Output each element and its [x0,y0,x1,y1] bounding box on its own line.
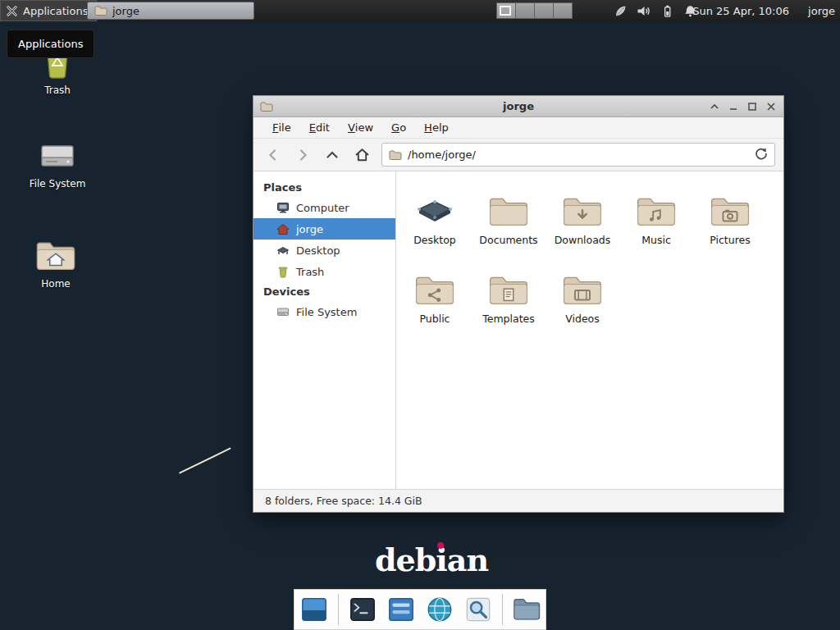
applications-menu-button[interactable]: Applications [0,0,97,21]
sidebar-item-label: File System [296,306,357,318]
settings-panel-icon [387,596,415,623]
leaf-icon[interactable] [614,4,628,18]
pictures-folder-icon [709,196,751,229]
terminal-icon [349,596,377,623]
debian-logo-i: i [436,541,446,578]
top-panel: Applications jorge [0,0,840,21]
applications-menu-icon [6,5,18,17]
menu-help[interactable]: Help [415,117,458,139]
applications-menu-label: Applications [23,5,88,17]
file-item-label: Desktop [413,234,456,246]
dock-terminal-button[interactable] [348,595,377,624]
sidebar-item-computer[interactable]: Computer [253,197,395,218]
sidebar-item-jorge[interactable]: jorge [253,218,395,240]
magnifier-icon [464,596,492,623]
clock[interactable]: Sun 25 Apr, 10:06 [692,0,789,21]
file-item-label: Downloads [555,234,611,246]
sidebar-places-header: Places [253,178,395,197]
location-path[interactable]: /home/jorge/ [408,148,749,161]
desktop-icon-home[interactable]: Home [15,240,97,290]
file-item-templates[interactable]: Templates [472,262,546,337]
workspace-3[interactable] [534,2,554,19]
dock-settings-button[interactable] [386,595,416,624]
debian-logo-text: deb [375,541,436,578]
file-item-label: Music [641,234,671,246]
window-controls [709,101,777,112]
debian-logo: debian [375,541,488,578]
workspace-1[interactable] [496,2,516,19]
reload-button[interactable] [755,147,768,162]
back-button[interactable] [260,143,286,167]
dock-app-finder-button[interactable] [463,595,493,624]
file-item-public[interactable]: Public [398,262,472,337]
desktop-root: Applications jorge [0,0,840,630]
sidebar-item-file-system[interactable]: File System [253,301,395,322]
shade-button[interactable] [709,101,720,112]
desktop-icon-file-system[interactable]: File System [16,139,98,189]
dock-show-desktop-button[interactable] [299,595,329,624]
sidebar-item-trash[interactable]: Trash [253,261,395,282]
menu-go[interactable]: Go [382,117,415,139]
workspace-4[interactable] [553,2,573,19]
file-manager-window[interactable]: jorge File Edit View Go Help [253,95,784,513]
public-folder-icon [413,275,456,308]
dock-separator [338,594,339,625]
statusbar-text: 8 folders, Free space: 14.4 GiB [265,495,422,507]
workspace-pager[interactable] [497,2,573,19]
up-button[interactable] [319,143,345,167]
home-button[interactable] [349,143,375,167]
battery-icon[interactable] [660,4,674,18]
desktop-artifact-line [179,447,231,473]
file-grid: Desktop Documents [396,171,783,489]
folder-icon [94,5,107,16]
sidebar: Places Computer jorge [253,171,396,489]
globe-icon [426,596,454,623]
minimize-button[interactable] [728,101,739,112]
volume-icon[interactable] [637,4,651,18]
menu-file[interactable]: File [263,117,300,139]
workspace-window-thumb [500,6,511,16]
folder-icon [487,196,530,229]
dock-file-manager-button[interactable] [512,595,541,624]
dock-separator [502,594,503,625]
forward-button[interactable] [290,143,316,167]
menubar: File Edit View Go Help [253,117,783,139]
window-body: Places Computer jorge [253,171,783,489]
hard-drive-icon [39,139,76,174]
file-item-downloads[interactable]: Downloads [546,183,619,258]
desktop-icon [276,244,290,257]
workspace-2[interactable] [515,2,535,19]
downloads-folder-icon [561,196,604,229]
file-item-pictures[interactable]: Pictures [693,183,767,258]
dock [294,589,546,630]
home-folder-icon [35,240,76,274]
file-item-documents[interactable]: Documents [472,183,546,258]
close-button[interactable] [765,101,777,112]
folder-icon [513,596,541,623]
panel-username[interactable]: jorge [808,0,835,21]
file-item-videos[interactable]: Videos [546,262,619,337]
file-item-music[interactable]: Music [619,183,693,258]
applications-tooltip: Applications [7,30,94,58]
file-item-desktop[interactable]: Desktop [398,183,472,258]
window-titlebar[interactable]: jorge [253,96,783,117]
file-item-label: Videos [565,313,600,325]
desktop-folder-icon [413,196,456,229]
desktop-icon-label: Home [15,278,97,290]
desktop-display-icon [300,596,328,623]
sidebar-item-label: Computer [296,202,349,214]
sidebar-item-label: Desktop [296,244,340,257]
menu-view[interactable]: View [339,117,382,139]
file-item-label: Documents [479,234,537,246]
trash-icon [276,265,290,278]
file-item-label: Pictures [710,234,751,246]
dock-web-browser-button[interactable] [425,595,454,624]
maximize-button[interactable] [746,101,758,112]
taskbar-window-button[interactable]: jorge [87,2,254,20]
music-folder-icon [635,196,678,229]
folder-icon [389,149,402,161]
desktop-icon-label: Trash [16,84,98,96]
location-bar[interactable]: /home/jorge/ [381,143,775,167]
sidebar-item-desktop[interactable]: Desktop [253,240,395,261]
menu-edit[interactable]: Edit [300,117,339,139]
